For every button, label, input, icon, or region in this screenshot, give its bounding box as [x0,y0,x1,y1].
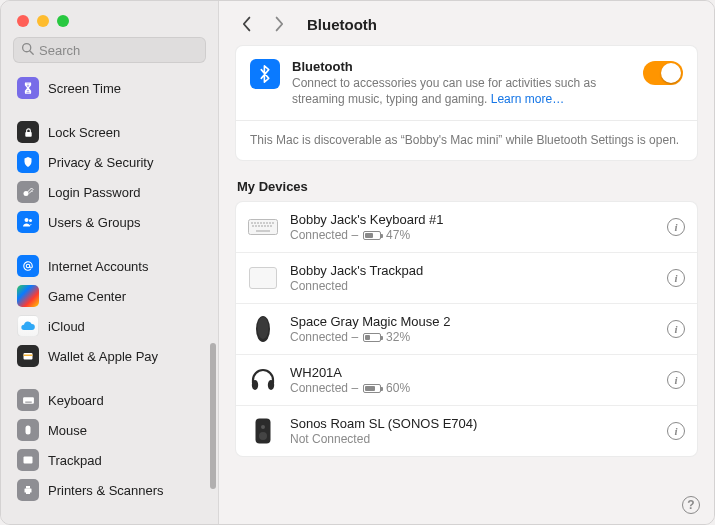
sidebar-item-trackpad[interactable]: Trackpad [11,445,208,475]
sidebar-item-keyboard[interactable]: Keyboard [11,385,208,415]
svg-rect-23 [269,222,271,224]
sidebar-item-printers-scanners[interactable]: Printers & Scanners [11,475,208,505]
lock-icon [17,121,39,143]
speaker-device-icon [248,416,278,446]
sidebar-item-wallet-apple-pay[interactable]: Wallet & Apple Pay [11,341,208,371]
sidebar-item-label: Wallet & Apple Pay [48,349,158,364]
sidebar-item-label: Mouse [48,423,87,438]
sidebar-item-mouse[interactable]: Mouse [11,415,208,445]
svg-point-5 [29,219,32,222]
devices-list: Bobby Jack's Keyboard #1 Connected – 47%… [235,201,698,457]
svg-rect-15 [26,492,30,495]
cloud-icon [17,315,39,337]
nav-back-button[interactable] [237,13,257,35]
svg-point-37 [268,380,274,390]
svg-rect-22 [266,222,268,224]
gamecenter-icon [17,285,39,307]
sidebar-item-label: Keyboard [48,393,104,408]
sidebar-item-game-center[interactable]: Game Center [11,281,208,311]
svg-rect-20 [260,222,262,224]
svg-rect-26 [255,225,257,227]
my-devices-heading: My Devices [237,179,696,194]
svg-rect-14 [26,486,30,489]
svg-rect-32 [256,230,270,232]
page-title: Bluetooth [307,16,377,33]
device-status: Connected – 60% [290,381,655,395]
svg-rect-18 [254,222,256,224]
sidebar-item-login-password[interactable]: Login Password [11,177,208,207]
device-row[interactable]: Bobby Jack's Keyboard #1 Connected – 47%… [236,202,697,253]
svg-rect-33 [250,268,277,289]
svg-rect-24 [272,222,274,224]
sidebar-item-lock-screen[interactable]: Lock Screen [11,117,208,147]
device-info-button[interactable]: i [667,218,685,236]
hourglass-icon [17,77,39,99]
device-row[interactable]: Sonos Roam SL (SONOS E704) Not Connected… [236,406,697,456]
device-status: Connected – 47% [290,228,655,242]
device-name: WH201A [290,365,655,380]
svg-rect-12 [24,457,33,464]
sidebar-item-icloud[interactable]: iCloud [11,311,208,341]
svg-rect-21 [263,222,265,224]
svg-rect-30 [267,225,269,227]
device-info-button[interactable]: i [667,320,685,338]
headphones-device-icon [248,365,278,395]
battery-icon [363,333,381,342]
header-bar: Bluetooth [219,1,714,45]
svg-rect-29 [264,225,266,227]
minimize-window-button[interactable] [37,15,49,27]
wallet-icon [17,345,39,367]
sidebar-item-label: Users & Groups [48,215,140,230]
bluetooth-panel: Bluetooth Connect to accessories you can… [235,45,698,161]
device-name: Bobby Jack's Keyboard #1 [290,212,655,227]
sidebar-item-label: Printers & Scanners [48,483,164,498]
device-status: Not Connected [290,432,655,446]
device-row[interactable]: Space Gray Magic Mouse 2 Connected – 32%… [236,304,697,355]
learn-more-link[interactable]: Learn more… [491,92,564,106]
sidebar-item-internet-accounts[interactable]: Internet Accounts [11,251,208,281]
device-row[interactable]: WH201A Connected – 60% i [236,355,697,406]
svg-rect-9 [23,397,34,404]
device-info-button[interactable]: i [667,269,685,287]
device-row[interactable]: Bobby Jack's Trackpad Connected i [236,253,697,304]
hand-icon [17,151,39,173]
at-icon [17,255,39,277]
sidebar-item-label: Privacy & Security [48,155,153,170]
fullscreen-window-button[interactable] [57,15,69,27]
sidebar-item-label: Screen Time [48,81,121,96]
sidebar-item-label: Internet Accounts [48,259,148,274]
sidebar-item-screen-time[interactable]: Screen Time [11,73,208,103]
svg-rect-25 [252,225,254,227]
sidebar-item-users-groups[interactable]: Users & Groups [11,207,208,237]
bluetooth-toggle[interactable] [643,61,683,85]
svg-rect-17 [251,222,253,224]
svg-rect-10 [25,401,32,402]
svg-point-4 [25,218,29,222]
printer-icon [17,479,39,501]
search-input[interactable] [39,43,198,58]
svg-rect-2 [25,132,31,137]
device-status: Connected [290,279,655,293]
mouse-icon [17,419,39,441]
sidebar-item-label: iCloud [48,319,85,334]
help-button[interactable]: ? [682,496,700,514]
svg-rect-7 [24,353,33,360]
device-info-button[interactable]: i [667,371,685,389]
sidebar-item-privacy-security[interactable]: Privacy & Security [11,147,208,177]
search-field-wrap[interactable] [13,37,206,63]
close-window-button[interactable] [17,15,29,27]
svg-point-39 [261,425,265,429]
sidebar-list[interactable]: Screen Time Lock Screen Privacy & Securi… [1,71,218,524]
svg-line-1 [30,51,33,54]
trackpad-device-icon [248,263,278,293]
bluetooth-title: Bluetooth [292,59,631,74]
device-info-button[interactable]: i [667,422,685,440]
sidebar-item-label: Login Password [48,185,141,200]
device-name: Space Gray Magic Mouse 2 [290,314,655,329]
sidebar-scrollbar[interactable] [210,343,216,489]
device-status: Connected – 32% [290,330,655,344]
svg-point-35 [258,317,269,339]
svg-point-40 [259,432,267,440]
nav-forward-button[interactable] [269,13,289,35]
bluetooth-description: Connect to accessories you can use for a… [292,75,631,107]
